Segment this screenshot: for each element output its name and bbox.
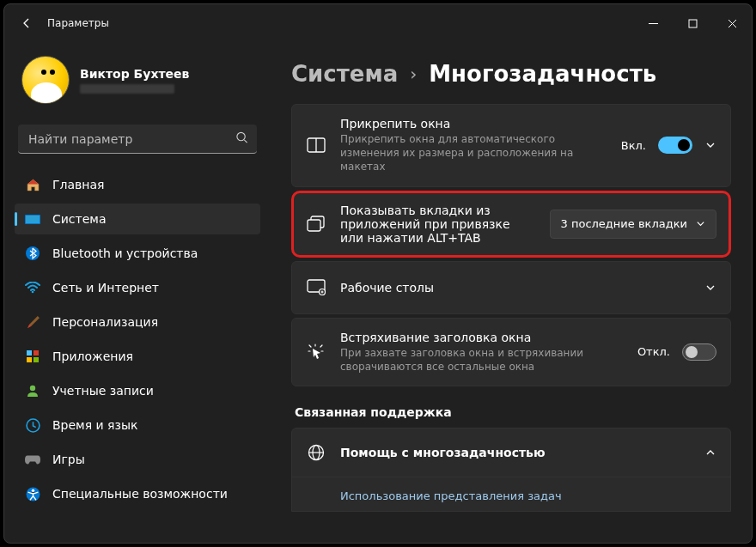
avatar	[21, 56, 70, 104]
shake-icon	[306, 342, 326, 362]
accessibility-icon	[25, 486, 40, 501]
search-icon	[235, 131, 248, 148]
sidebar-item-label: Система	[52, 212, 106, 226]
brush-icon	[25, 314, 40, 330]
maximize-button[interactable]	[673, 9, 712, 37]
sidebar-item-label: Игры	[52, 453, 85, 466]
svg-rect-9	[34, 357, 39, 362]
help-card: Помощь с многозадачностью Использование …	[291, 428, 731, 512]
related-support-header: Связанная поддержка	[295, 405, 731, 419]
sidebar-item-accessibility[interactable]: Специальные возможности	[15, 478, 260, 509]
profile-email-redacted	[80, 84, 174, 94]
sidebar-item-accounts[interactable]: Учетные записи	[15, 375, 260, 406]
settings-window: Параметры Виктор Бухтеев	[3, 3, 753, 544]
chevron-down-icon	[696, 219, 705, 228]
card-subtitle: При захвате заголовка окна и встряхивани…	[340, 346, 624, 374]
person-icon	[25, 383, 40, 398]
search-input[interactable]	[18, 125, 257, 154]
apps-icon	[25, 349, 40, 364]
snap-icon	[306, 135, 326, 155]
sidebar-item-label: Приложения	[52, 349, 133, 363]
alttab-dropdown[interactable]: 3 последние вкладки	[550, 210, 716, 239]
sidebar-item-personalization[interactable]: Персонализация	[15, 307, 260, 337]
search-box[interactable]	[18, 125, 257, 154]
snap-windows-card[interactable]: Прикрепить окна Прикрепить окна для авто…	[291, 104, 731, 187]
svg-rect-6	[27, 350, 32, 356]
svg-point-1	[237, 132, 245, 140]
gamepad-icon	[25, 452, 40, 467]
sidebar: Виктор Бухтеев Главная	[4, 42, 271, 543]
window-title: Параметры	[47, 17, 109, 29]
system-icon	[25, 211, 40, 227]
svg-rect-7	[34, 350, 39, 356]
help-expander[interactable]: Помощь с многозадачностью	[292, 428, 730, 477]
snap-toggle[interactable]	[658, 137, 692, 154]
desktops-card[interactable]: Рабочие столы	[291, 261, 731, 314]
tabs-icon	[306, 214, 326, 234]
svg-rect-8	[27, 357, 32, 362]
home-icon	[25, 177, 40, 192]
card-title: Прикрепить окна	[340, 117, 607, 131]
toggle-state-label: Вкл.	[621, 139, 646, 152]
chevron-right-icon: ›	[410, 64, 417, 84]
sidebar-item-system[interactable]: Система	[15, 204, 260, 234]
clock-globe-icon	[25, 417, 40, 433]
sidebar-item-gaming[interactable]: Игры	[15, 444, 260, 475]
card-title: Рабочие столы	[340, 281, 691, 295]
card-title: Встряхивание заголовка окна	[340, 331, 624, 344]
sidebar-item-label: Учетные записи	[52, 384, 154, 398]
sidebar-item-network[interactable]: Сеть и Интернет	[15, 272, 260, 303]
main-panel: Система › Многозадачность Прикрепить окн…	[271, 42, 752, 543]
svg-point-13	[31, 489, 34, 491]
sidebar-item-apps[interactable]: Приложения	[15, 341, 260, 372]
desktops-icon	[306, 277, 326, 298]
profile-name: Виктор Бухтеев	[80, 67, 189, 81]
sidebar-item-home[interactable]: Главная	[15, 169, 260, 200]
profile-block[interactable]: Виктор Бухтеев	[15, 49, 260, 118]
svg-point-5	[32, 291, 34, 294]
card-subtitle: Прикрепить окна для автоматического изме…	[340, 132, 607, 174]
shake-card[interactable]: Встряхивание заголовка окна При захвате …	[291, 318, 731, 386]
sidebar-item-label: Время и язык	[52, 418, 137, 432]
sidebar-item-label: Персонализация	[52, 315, 158, 329]
sidebar-item-label: Специальные возможности	[52, 487, 228, 501]
chevron-down-icon[interactable]	[704, 282, 716, 294]
bluetooth-icon	[25, 246, 40, 261]
chevron-up-icon	[704, 447, 716, 459]
titlebar: Параметры	[4, 4, 752, 42]
svg-rect-0	[689, 20, 697, 27]
wifi-icon	[25, 280, 40, 295]
help-link[interactable]: Использование представления задач	[292, 477, 730, 511]
sidebar-item-time-language[interactable]: Время и язык	[15, 410, 260, 441]
page-title: Многозадачность	[429, 61, 656, 87]
shake-toggle[interactable]	[682, 343, 716, 361]
sidebar-item-bluetooth[interactable]: Bluetooth и устройства	[15, 238, 260, 269]
card-title: Показывать вкладки из приложений при при…	[340, 204, 521, 245]
alttab-tabs-card[interactable]: Показывать вкладки из приложений при при…	[291, 191, 731, 258]
globe-icon	[306, 442, 326, 463]
svg-rect-3	[26, 216, 40, 223]
minimize-button[interactable]	[633, 9, 673, 37]
breadcrumb: Система › Многозадачность	[291, 61, 731, 87]
sidebar-item-label: Bluetooth и устройства	[52, 246, 198, 260]
close-button[interactable]	[712, 9, 752, 37]
chevron-down-icon[interactable]	[704, 139, 716, 151]
sidebar-item-label: Сеть и Интернет	[52, 281, 159, 295]
back-button[interactable]	[11, 8, 42, 39]
help-title: Помощь с многозадачностью	[340, 446, 691, 459]
breadcrumb-parent[interactable]: Система	[291, 61, 398, 87]
sidebar-item-label: Главная	[52, 178, 104, 191]
dropdown-value: 3 последние вкладки	[561, 217, 687, 230]
svg-rect-17	[308, 220, 320, 231]
svg-point-10	[30, 386, 35, 391]
toggle-state-label: Откл.	[637, 345, 670, 358]
